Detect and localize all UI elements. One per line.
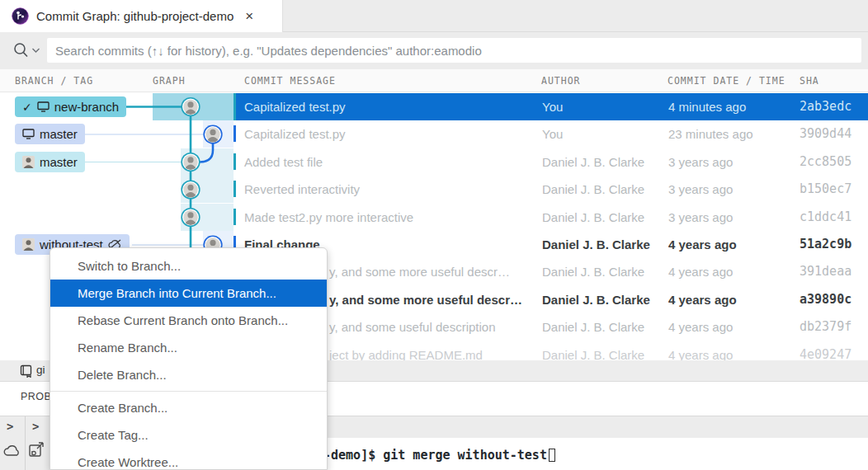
menu-item-create-branch[interactable]: Create Branch... (50, 394, 327, 421)
menu-item-rebase-branch[interactable]: Rebase Current Branch onto Branch... (50, 307, 327, 334)
terminal-cursor (549, 449, 555, 462)
menu-item-create-tag[interactable]: Create Tag... (50, 421, 327, 449)
col-author[interactable]: AUTHOR (541, 75, 581, 87)
col-branch-tag[interactable]: BRANCH / TAG (15, 75, 93, 87)
commit-message: Capitalized test.py (244, 93, 346, 120)
search-icon-group[interactable] (12, 40, 40, 60)
editor-tab-bar: Commit Graph: github-project-demo × (0, 0, 868, 32)
repo-icon (20, 364, 32, 378)
graph-column-headers: BRANCH / TAG GRAPH COMMIT MESSAGE AUTHOR… (0, 69, 868, 92)
author-avatar-icon (22, 238, 35, 251)
tab-problems-truncated[interactable]: PROB (21, 391, 51, 402)
menu-item-switch-to-branch[interactable]: Switch to Branch... (50, 252, 327, 280)
cloud-icon[interactable] (3, 444, 21, 457)
vscode-editor-area: Commit Graph: github-project-demo × BRAN… (0, 0, 868, 470)
branch-label-text: new-branch (54, 100, 119, 114)
worktree-monitor-icon (37, 101, 50, 112)
repo-name-truncated[interactable]: gi (36, 364, 45, 376)
tab-commit-graph[interactable]: Commit Graph: github-project-demo × (0, 0, 283, 32)
commit-search-bar (0, 32, 868, 69)
terminal-text: -demo]$ git merge without-test (323, 448, 547, 463)
panel-left-icon-block: > > (0, 416, 52, 470)
commit-author: You (542, 93, 563, 120)
commit-date: 4 minutes ago (668, 93, 746, 120)
debug-console-icon[interactable] (27, 441, 45, 459)
branch-label-new-branch[interactable]: ✓ new-branch (15, 96, 126, 117)
col-sha[interactable]: SHA (800, 75, 819, 87)
worktree-monitor-icon (22, 129, 35, 139)
author-avatar-icon (22, 156, 35, 168)
col-date[interactable]: COMMIT DATE / TIME (668, 75, 785, 87)
gitlens-graph-icon (12, 7, 29, 25)
checked-out-icon: ✓ (22, 101, 32, 114)
branch-label-master[interactable]: master (15, 152, 85, 172)
terminal-command-line[interactable]: -demo]$ git merge without-test (323, 448, 555, 463)
search-icon (12, 40, 31, 60)
prompt-chevron-icon[interactable]: > (32, 420, 39, 433)
tab-title: Commit Graph: github-project-demo (36, 9, 234, 23)
menu-item-create-worktree[interactable]: Create Worktree... (50, 449, 327, 470)
menu-item-rename-branch[interactable]: Rename Branch... (50, 334, 327, 361)
commit-sha: 2ab3edc (800, 93, 851, 120)
branch-label-text: master (40, 155, 78, 169)
col-message[interactable]: COMMIT MESSAGE (244, 75, 336, 87)
menu-item-merge-branch[interactable]: Merge Branch into Current Branch... (50, 280, 327, 307)
chevron-down-icon (31, 47, 40, 54)
menu-separator (50, 391, 327, 392)
branch-label-text: master (40, 127, 78, 141)
tab-close-icon[interactable]: × (245, 9, 253, 23)
prompt-chevron-icon[interactable]: > (7, 420, 13, 433)
branch-context-menu: Switch to Branch... Merge Branch into Cu… (50, 247, 328, 470)
branch-label-remote-master[interactable]: master (15, 124, 85, 144)
col-graph[interactable]: GRAPH (153, 75, 186, 87)
menu-item-delete-branch[interactable]: Delete Branch... (50, 361, 327, 388)
search-input[interactable] (47, 38, 861, 63)
